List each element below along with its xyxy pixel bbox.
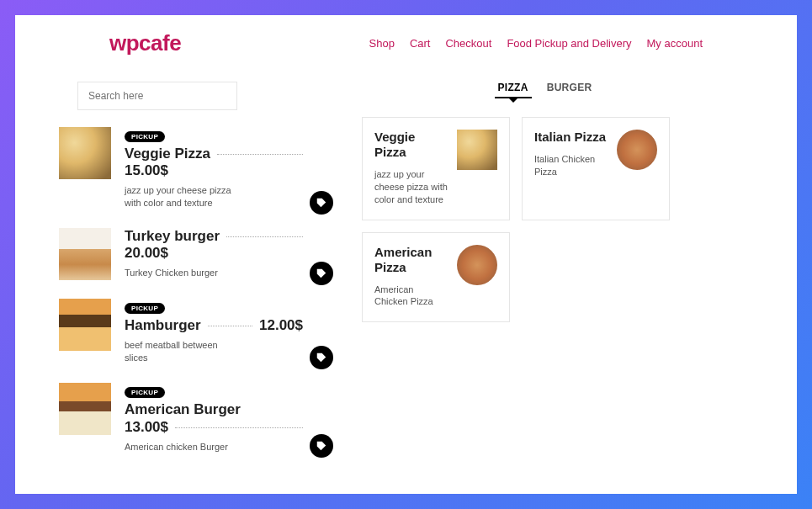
card-body: Italian Pizza Italian Chicken Pizza — [534, 130, 608, 206]
food-thumbnail — [59, 299, 111, 351]
food-thumbnail — [457, 130, 497, 170]
tag-icon — [316, 352, 327, 363]
dots-separator — [226, 236, 303, 237]
tag-icon — [316, 197, 327, 209]
pickup-badge: PICKUP — [125, 303, 165, 314]
food-thumbnail — [59, 127, 111, 179]
card-title: American Pizza — [374, 245, 448, 275]
tag-icon — [316, 440, 327, 452]
tab-burger[interactable]: BURGER — [547, 82, 592, 98]
tag-icon — [316, 268, 327, 279]
pickup-badge: PICKUP — [125, 387, 165, 398]
food-card[interactable]: Italian Pizza Italian Chicken Pizza — [522, 117, 670, 220]
search-box — [77, 82, 237, 110]
search-input[interactable] — [77, 82, 237, 110]
menu-item-body: Turkey burger 20.00$ Turkey Chicken burg… — [125, 228, 303, 280]
menu-item-price: 12.00$ — [259, 317, 303, 334]
main-nav: Shop Cart Checkout Food Pickup and Deliv… — [369, 37, 703, 50]
menu-item: PICKUP Hamburger 12.00$ beef meatball be… — [59, 299, 303, 364]
menu-item: Turkey burger 20.00$ Turkey Chicken burg… — [59, 228, 303, 280]
menu-item-desc: Turkey Chicken burger — [125, 267, 242, 279]
menu-item-title[interactable]: Hamburger — [125, 317, 201, 334]
nav-account[interactable]: My account — [647, 37, 703, 50]
nav-checkout[interactable]: Checkout — [445, 37, 491, 50]
title-row: Veggie Pizza — [125, 146, 303, 162]
add-to-cart-button[interactable] — [310, 191, 333, 215]
menu-item-title[interactable]: Turkey burger — [125, 228, 220, 245]
menu-item-body: PICKUP Hamburger 12.00$ beef meatball be… — [125, 299, 303, 364]
card-desc: Italian Chicken Pizza — [534, 153, 608, 178]
page: wpcafe Shop Cart Checkout Food Pickup an… — [15, 15, 797, 494]
card-title: Veggie Pizza — [374, 130, 448, 160]
nav-cart[interactable]: Cart — [410, 37, 431, 50]
food-thumbnail — [457, 245, 497, 285]
nav-shop[interactable]: Shop — [369, 37, 395, 50]
food-card[interactable]: American Pizza American Chicken Pizza — [362, 232, 510, 323]
food-thumbnail — [617, 130, 657, 170]
menu-item-desc: American chicken Burger — [125, 441, 242, 453]
food-card[interactable]: Veggie Pizza jazz up your cheese pizza w… — [362, 117, 510, 220]
menu-item-title[interactable]: American Burger — [125, 401, 241, 418]
title-row: American Burger — [125, 401, 303, 418]
menu-list-column: PICKUP Veggie Pizza 15.00$ jazz up your … — [50, 82, 303, 471]
menu-item-body: PICKUP Veggie Pizza 15.00$ jazz up your … — [125, 127, 303, 209]
menu-item-body: PICKUP American Burger 13.00$ American c… — [125, 383, 303, 453]
menu-item-desc: beef meatball between slices — [125, 339, 242, 364]
category-column: PIZZA BURGER Veggie Pizza jazz up your c… — [328, 82, 762, 471]
menu-item-title[interactable]: Veggie Pizza — [125, 146, 210, 162]
dots-separator — [217, 154, 303, 155]
food-thumbnail — [59, 228, 111, 280]
menu-item-desc: jazz up your cheese pizza with color and… — [125, 184, 242, 209]
category-tabs: PIZZA BURGER — [328, 82, 762, 98]
menu-item-price: 20.00$ — [125, 245, 303, 262]
card-desc: jazz up your cheese pizza with color and… — [374, 168, 448, 206]
card-title: Italian Pizza — [534, 130, 608, 145]
add-to-cart-button[interactable] — [310, 346, 333, 369]
price-row: 13.00$ — [125, 419, 303, 436]
content: PICKUP Veggie Pizza 15.00$ jazz up your … — [50, 65, 762, 471]
nav-pickup-delivery[interactable]: Food Pickup and Delivery — [507, 37, 631, 50]
header: wpcafe Shop Cart Checkout Food Pickup an… — [50, 27, 762, 65]
tab-pizza[interactable]: PIZZA — [498, 82, 528, 98]
food-thumbnail — [59, 383, 111, 435]
add-to-cart-button[interactable] — [310, 262, 333, 285]
card-body: Veggie Pizza jazz up your cheese pizza w… — [374, 130, 448, 206]
title-row: Turkey burger — [125, 228, 303, 245]
card-desc: American Chicken Pizza — [374, 284, 448, 309]
dots-separator — [208, 326, 252, 326]
menu-item-price: 13.00$ — [125, 419, 168, 436]
card-body: American Pizza American Chicken Pizza — [374, 245, 448, 309]
logo[interactable]: wpcafe — [109, 30, 181, 56]
pickup-badge: PICKUP — [125, 131, 165, 142]
menu-item: PICKUP Veggie Pizza 15.00$ jazz up your … — [59, 127, 303, 209]
dots-separator — [175, 427, 303, 428]
card-grid: Veggie Pizza jazz up your cheese pizza w… — [362, 117, 762, 322]
title-row: Hamburger 12.00$ — [125, 317, 303, 334]
menu-item: PICKUP American Burger 13.00$ American c… — [59, 383, 303, 453]
menu-item-price: 15.00$ — [125, 162, 303, 179]
